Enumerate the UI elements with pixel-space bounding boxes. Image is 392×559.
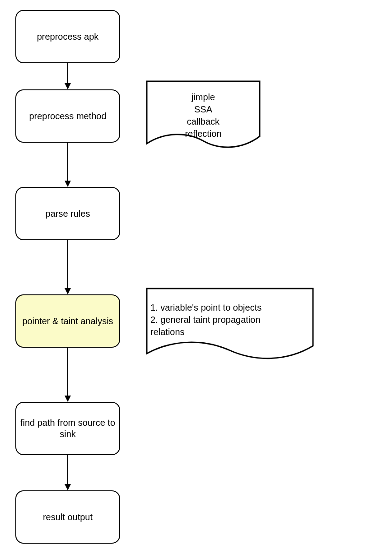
node-parse-rules: parse rules xyxy=(15,187,120,240)
svg-marker-9 xyxy=(65,484,71,490)
annotation-line: 1. variable's point to objects xyxy=(150,302,309,314)
annotation-line: relations xyxy=(150,326,309,338)
svg-marker-1 xyxy=(65,83,71,89)
node-find-path: find path from source to sink xyxy=(15,402,120,455)
node-preprocess-apk: preprocess apk xyxy=(15,10,120,63)
svg-marker-7 xyxy=(65,396,71,402)
flowchart-canvas: preprocess apk preprocess method jimple … xyxy=(0,0,392,559)
node-pointer-taint-analysis: pointer & taint analysis xyxy=(15,294,120,348)
annotation-line: SSA xyxy=(147,103,260,116)
arrow-4 xyxy=(67,348,69,402)
annotation-line: jimple xyxy=(147,91,260,103)
annotation-text-1: jimple SSA callback reflection xyxy=(147,91,260,140)
arrow-3 xyxy=(67,240,69,294)
arrow-2 xyxy=(67,143,69,187)
annotation-line: reflection xyxy=(147,128,260,140)
node-result-output: result output xyxy=(15,490,120,544)
node-label: preprocess apk xyxy=(37,31,99,42)
annotation-line: callback xyxy=(147,116,260,128)
svg-marker-5 xyxy=(65,288,71,294)
node-preprocess-method: preprocess method xyxy=(15,89,120,143)
node-label: parse rules xyxy=(46,208,90,219)
arrow-5 xyxy=(67,455,69,490)
annotation-text-2: 1. variable's point to objects 2. genera… xyxy=(150,302,309,338)
arrow-1 xyxy=(67,63,69,89)
node-label: find path from source to sink xyxy=(20,417,116,440)
svg-marker-3 xyxy=(65,181,71,187)
node-label: result output xyxy=(43,512,93,523)
node-label: preprocess method xyxy=(29,111,106,122)
node-label: pointer & taint analysis xyxy=(22,316,113,327)
annotation-line: 2. general taint propagation xyxy=(150,314,309,326)
